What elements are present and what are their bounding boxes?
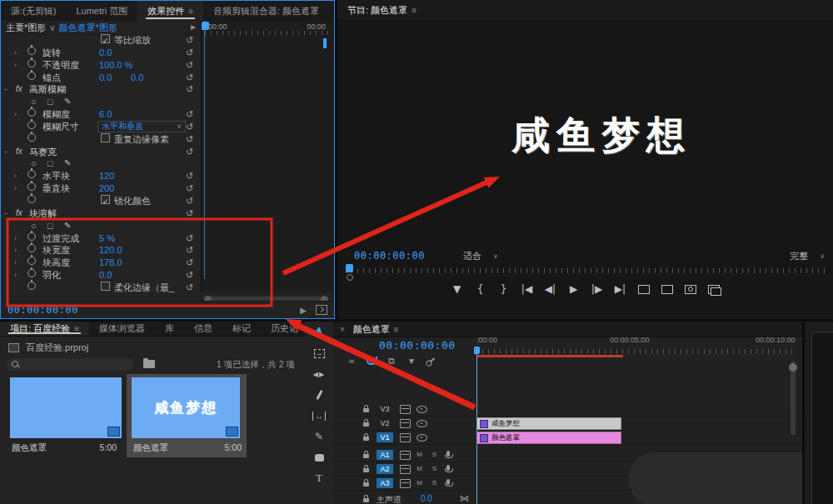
param-checkbox[interactable]: [101, 282, 110, 291]
zoom-level-dropdown[interactable]: 适合 ∨: [463, 250, 498, 262]
reset-parameter-icon[interactable]: ↺: [186, 34, 193, 47]
param-value[interactable]: 0.0: [99, 47, 112, 59]
twirl-icon[interactable]: ›: [1, 212, 12, 215]
timeline-vertical-scrollbar[interactable]: [791, 362, 796, 435]
mask-rect-icon[interactable]: □: [47, 96, 53, 108]
stopwatch-icon[interactable]: [27, 47, 36, 55]
reset-parameter-icon[interactable]: ↺: [186, 108, 193, 121]
track-target-A3[interactable]: A3: [377, 478, 393, 488]
track-lock-icon[interactable]: [363, 498, 369, 502]
sync-lock-icon[interactable]: [400, 405, 411, 414]
tab-库[interactable]: 库: [155, 322, 184, 336]
track-lock-icon[interactable]: [363, 482, 369, 487]
param-value[interactable]: 200: [99, 182, 114, 195]
mask-rect-icon[interactable]: □: [47, 220, 53, 232]
twirl-icon[interactable]: ›: [1, 151, 12, 153]
sync-lock-icon[interactable]: [400, 451, 411, 460]
param-value[interactable]: 6.0: [99, 108, 112, 121]
mini-playhead[interactable]: [202, 22, 209, 30]
stopwatch-icon[interactable]: [27, 269, 36, 277]
lift-button[interactable]: [638, 285, 650, 294]
twirl-icon[interactable]: ›: [14, 182, 17, 195]
project-item-thumbnail[interactable]: [10, 377, 122, 438]
add-marker-button[interactable]: ▼: [451, 283, 463, 295]
master-volume-value[interactable]: 0.0: [421, 494, 432, 503]
solo-button[interactable]: S: [430, 478, 439, 487]
voiceover-record-icon[interactable]: [446, 465, 450, 471]
voiceover-record-icon[interactable]: [446, 451, 450, 457]
program-playhead[interactable]: [346, 264, 353, 272]
reset-parameter-icon[interactable]: ↺: [186, 282, 193, 294]
track-target-V2[interactable]: V2: [377, 418, 393, 428]
stopwatch-icon[interactable]: [27, 257, 36, 265]
razor-tool[interactable]: [312, 389, 326, 401]
param-value[interactable]: 120: [99, 170, 114, 182]
param-checkbox[interactable]: ✓: [101, 195, 110, 204]
tab-项目: 百度经验[interactable]: 项目: 百度经验≡: [0, 322, 89, 336]
stopwatch-icon[interactable]: [27, 232, 36, 241]
add-marker-button[interactable]: ▼: [405, 355, 418, 367]
track-output-icon[interactable]: [416, 420, 427, 427]
param-value[interactable]: 178.0: [99, 257, 122, 269]
project-item[interactable]: 咸鱼梦想颜色遮罩5:00: [127, 374, 247, 457]
tab-标记[interactable]: 标记: [222, 322, 261, 336]
media-folder-icon[interactable]: [143, 360, 155, 368]
stopwatch-icon[interactable]: [27, 133, 36, 142]
tab-历史记[interactable]: 历史记: [261, 322, 305, 336]
program-timecode[interactable]: 00:00:00:00: [354, 250, 425, 262]
mute-button[interactable]: M: [415, 478, 424, 487]
track-lock-icon[interactable]: [363, 422, 369, 427]
stopwatch-icon[interactable]: [27, 182, 36, 191]
track-target-A2[interactable]: A2: [377, 464, 393, 474]
stopwatch-icon[interactable]: [27, 59, 36, 67]
playback-resolution-dropdown[interactable]: 完整 ∨: [790, 250, 825, 262]
sync-lock-icon[interactable]: [400, 433, 411, 442]
effect-controls-timecode[interactable]: 00:00:00:00: [7, 304, 78, 316]
export-frame-button[interactable]: [685, 285, 696, 294]
tab-媒体浏览器[interactable]: 媒体浏览器: [89, 322, 155, 336]
reset-parameter-icon[interactable]: ↺: [186, 59, 193, 72]
type-tool[interactable]: T: [312, 472, 326, 484]
reset-parameter-icon[interactable]: ↺: [186, 232, 193, 245]
tab-program[interactable]: 节目: 颜色遮罩 ≡: [337, 0, 426, 20]
project-item-thumbnail[interactable]: 咸鱼梦想: [132, 377, 240, 438]
param-dropdown[interactable]: 水平和垂直∨: [97, 121, 186, 132]
stopwatch-icon[interactable]: [27, 244, 36, 252]
mask-rect-icon[interactable]: □: [47, 157, 53, 170]
timeline-clip-颜色遮罩[interactable]: 颜色遮罩: [476, 432, 621, 444]
twirl-icon[interactable]: ›: [14, 170, 17, 182]
reset-parameter-icon[interactable]: ↺: [186, 257, 193, 269]
reset-parameter-icon[interactable]: ↺: [186, 244, 193, 257]
param-checkbox[interactable]: [101, 133, 110, 142]
reset-parameter-icon[interactable]: ↺: [186, 207, 193, 220]
timeline-clip-咸鱼梦想[interactable]: 咸鱼梦想: [476, 417, 621, 430]
breadcrumb[interactable]: 百度经验.prproj: [8, 342, 88, 354]
stopwatch-icon[interactable]: [27, 121, 36, 129]
panel-menu-icon[interactable]: ≡: [394, 325, 399, 334]
ripple-edit-tool[interactable]: ◀▶: [312, 368, 326, 380]
twirl-icon[interactable]: ›: [14, 108, 17, 121]
stopwatch-icon[interactable]: [27, 195, 36, 203]
chevron-down-icon[interactable]: ∨: [49, 23, 55, 32]
tab-效果控件[interactable]: 效果控件≡: [137, 1, 203, 21]
selected-clip-link[interactable]: 颜色遮罩*图形: [59, 22, 117, 34]
timeline-playhead[interactable]: [474, 347, 480, 354]
reset-parameter-icon[interactable]: ↺: [186, 170, 193, 182]
selection-tool[interactable]: [312, 327, 326, 338]
sync-lock-icon[interactable]: [400, 479, 411, 488]
play-audio-icon[interactable]: ▶: [297, 306, 309, 315]
twirl-icon[interactable]: ›: [14, 269, 17, 282]
voiceover-record-icon[interactable]: [446, 479, 450, 485]
project-item-name[interactable]: 颜色遮罩: [133, 442, 168, 454]
hand-tool[interactable]: [312, 452, 326, 463]
track-lock-icon[interactable]: [363, 468, 369, 472]
program-video-frame[interactable]: 咸鱼梦想: [370, 27, 833, 244]
twirl-icon[interactable]: ›: [14, 232, 17, 245]
reset-parameter-icon[interactable]: ↺: [186, 47, 193, 59]
reset-parameter-icon[interactable]: ↺: [186, 121, 193, 133]
reset-parameter-icon[interactable]: ↺: [186, 133, 193, 146]
stopwatch-icon[interactable]: [27, 72, 36, 80]
play-button[interactable]: ▶: [568, 283, 580, 295]
comparison-view-button[interactable]: [708, 285, 720, 294]
solo-button[interactable]: S: [430, 450, 439, 459]
